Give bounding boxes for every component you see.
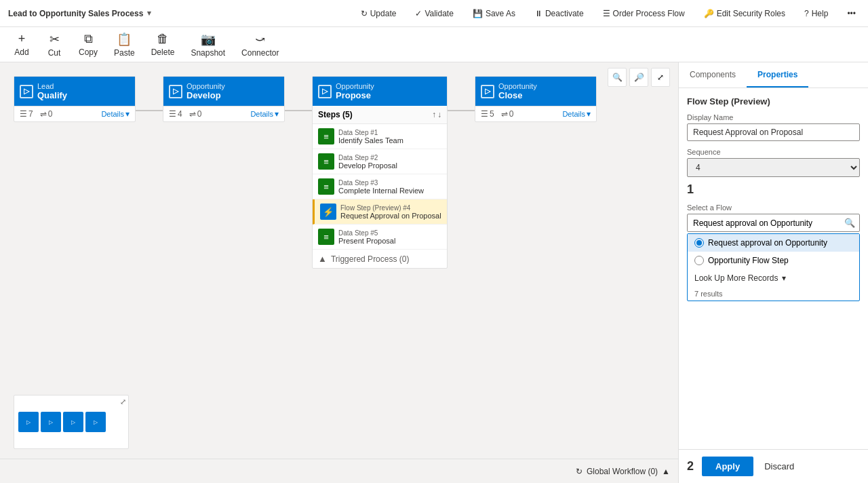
deactivate-button[interactable]: ⏸ Deactivate — [530, 6, 588, 21]
radio-2 — [694, 256, 704, 265]
validate-icon: ✓ — [415, 9, 422, 18]
qualify-details-button[interactable]: Details ▾ — [101, 109, 130, 119]
stage-develop: ▷ Opportunity Develop ☰ 4 ⇌ 0 — [163, 76, 285, 122]
tab-properties[interactable]: Properties — [747, 62, 808, 88]
stage-close-title: Opportunity — [498, 82, 537, 90]
copy-button[interactable]: ⧉ Copy — [73, 29, 103, 60]
step-3-name: Complete Internal Review — [338, 187, 424, 195]
add-button[interactable]: + Add — [8, 29, 35, 60]
process-title: Lead to Opportunity Sales Process — [8, 9, 143, 18]
paste-button[interactable]: 📋 Paste — [108, 29, 140, 60]
snapshot-button[interactable]: 📷 Snapshot — [185, 29, 231, 60]
step-1-indicator: 1 — [687, 182, 694, 197]
step-2[interactable]: ≡ Data Step #2 Develop Proposal — [313, 149, 447, 174]
deactivate-icon: ⏸ — [534, 9, 542, 18]
mini-map: ⤢ ▷ ▷ ▷ ▷ — [14, 395, 129, 449]
paste-icon: 📋 — [117, 32, 132, 47]
sequence-select[interactable]: 1 2 3 4 5 — [687, 158, 860, 177]
sort-up-button[interactable]: ↑ — [432, 110, 436, 119]
bottom-action-bar: 2 Apply Discard — [679, 449, 868, 483]
panel-tabs: Components Properties — [679, 62, 868, 88]
stage-propose-name: Propose — [336, 90, 374, 100]
stage-develop-title: Opportunity — [186, 82, 225, 90]
save-as-button[interactable]: 💾 Save As — [469, 6, 519, 21]
connector-1 — [136, 110, 163, 111]
stage-qualify-footer: ☰ 7 ⇌ 0 Details ▾ — [14, 106, 135, 121]
dropdown-item-1[interactable]: Request approval on Opportunity — [688, 234, 859, 252]
step-2-icon: ≡ — [318, 153, 334, 170]
validate-button[interactable]: ✓ Validate — [411, 6, 457, 21]
stage-close-footer: ☰ 5 ⇌ 0 Details ▾ — [475, 106, 596, 121]
process-title-area: Lead to Opportunity Sales Process ▾ — [8, 9, 151, 18]
flow-search-icon: 🔍 — [840, 214, 859, 231]
stage-close-header: ▷ Opportunity Close — [475, 77, 596, 106]
sort-down-button[interactable]: ↓ — [437, 110, 441, 119]
step-1[interactable]: ≡ Data Step #1 Identify Sales Team — [313, 124, 447, 149]
global-workflow-bar: ↻ Global Workflow (0) ▲ — [0, 459, 678, 483]
radio-1 — [694, 238, 704, 248]
step-5-label: Data Step #5 — [338, 229, 395, 237]
stage-qualify-header: ▷ Lead Qualify — [14, 77, 135, 106]
top-bar: Lead to Opportunity Sales Process ▾ ↻ Up… — [0, 0, 868, 27]
order-process-flow-button[interactable]: ☰ Order Process Flow — [599, 6, 689, 21]
stage-qualify: ▷ Lead Qualify ☰ 7 ⇌ 0 — [14, 76, 136, 122]
develop-step-count: ☰ 4 — [169, 109, 182, 119]
qualify-step-count: ☰ 7 — [20, 109, 33, 119]
save-as-icon: 💾 — [473, 9, 483, 18]
global-workflow-button[interactable]: ↻ Global Workflow (0) ▲ — [576, 467, 670, 476]
connector-button[interactable]: ⤻ Connector — [236, 29, 284, 60]
results-count: 7 results — [688, 287, 859, 301]
update-icon: ↻ — [361, 9, 368, 18]
delete-button[interactable]: 🗑 Delete — [146, 29, 180, 60]
more-options-button[interactable]: ••• — [843, 6, 860, 21]
step-4[interactable]: ⚡ Flow Step (Preview) #4 Request Approva… — [313, 199, 447, 225]
discard-button[interactable]: Discard — [759, 457, 800, 476]
ellipsis-icon: ••• — [847, 9, 856, 18]
stage-propose-title: Opportunity — [336, 82, 374, 90]
stage-qualify-icon: ▷ — [20, 85, 33, 98]
edit-security-roles-button[interactable]: 🔑 Edit Security Roles — [700, 6, 789, 21]
snapshot-icon: 📷 — [201, 32, 216, 47]
apply-button[interactable]: Apply — [702, 457, 753, 476]
develop-branch-count: ⇌ 0 — [189, 109, 202, 119]
global-workflow-label: Global Workflow (0) — [587, 467, 658, 476]
order-flow-icon: ☰ — [603, 9, 610, 18]
main-area: 🔍 🔎 ⤢ ▷ Lead Qualify — [0, 62, 868, 483]
delete-icon: 🗑 — [157, 32, 169, 46]
mini-block-2: ▷ — [41, 412, 61, 432]
close-branch-count: ⇌ 0 — [501, 109, 514, 119]
triggered-section: ▲ Triggered Process (0) — [313, 250, 447, 268]
step-1-icon: ≡ — [318, 128, 334, 144]
stage-develop-footer: ☰ 4 ⇌ 0 Details ▾ — [163, 106, 284, 121]
cut-button[interactable]: ✂ Cut — [41, 29, 68, 60]
tab-components[interactable]: Components — [679, 62, 747, 88]
right-panel: Components Properties Flow Step (Preview… — [678, 62, 868, 483]
step-1-label: Data Step #1 — [338, 129, 403, 136]
close-details-button[interactable]: Details ▾ — [562, 109, 591, 119]
develop-details-button[interactable]: Details ▾ — [250, 109, 279, 119]
sequence-label: Sequence — [687, 148, 860, 156]
panel-content: Flow Step (Preview) Display Name Sequenc… — [679, 88, 868, 449]
stage-develop-header: ▷ Opportunity Develop — [163, 77, 284, 106]
canvas[interactable]: 🔍 🔎 ⤢ ▷ Lead Qualify — [0, 62, 678, 483]
stage-close: ▷ Opportunity Close ☰ 5 ⇌ 0 — [475, 76, 597, 122]
mini-map-close-button[interactable]: ⤢ — [120, 398, 126, 406]
update-button[interactable]: ↻ Update — [357, 6, 401, 21]
look-up-more[interactable]: Look Up More Records ▾ — [688, 269, 859, 287]
security-icon: 🔑 — [704, 9, 714, 18]
help-button[interactable]: ? Help — [800, 6, 832, 21]
flow-search-input[interactable] — [688, 215, 840, 231]
display-name-label: Display Name — [687, 113, 860, 121]
step-5[interactable]: ≡ Data Step #5 Present Proposal — [313, 225, 447, 250]
stage-qualify-title: Lead — [37, 82, 67, 90]
display-name-input[interactable] — [687, 123, 860, 141]
flow-search-wrapper: 🔍 — [687, 214, 860, 232]
step-1-name: Identify Sales Team — [338, 136, 403, 144]
dropdown-item-2[interactable]: Opportunity Flow Step — [688, 252, 859, 269]
top-bar-actions: ↻ Update ✓ Validate 💾 Save As ⏸ Deactiva… — [357, 6, 860, 21]
qualify-branch-count: ⇌ 0 — [40, 109, 53, 119]
step-3[interactable]: ≡ Data Step #3 Complete Internal Review — [313, 174, 447, 199]
trigger-icon: ▲ — [318, 254, 327, 264]
title-chevron-icon: ▾ — [147, 9, 151, 18]
stage-develop-icon: ▷ — [169, 85, 182, 98]
